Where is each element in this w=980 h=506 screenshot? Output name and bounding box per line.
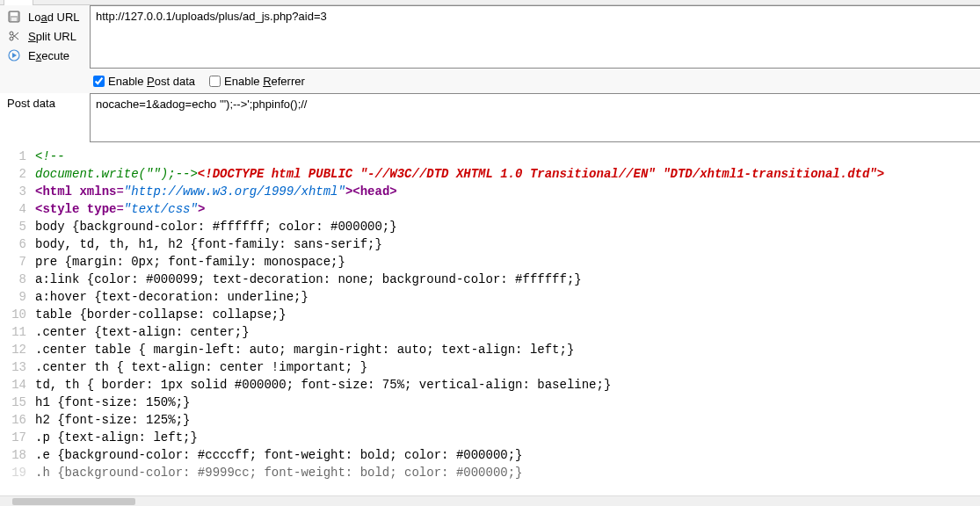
line-number: 3 xyxy=(0,183,35,200)
code-text: pre {margin: 0px; font-family: monospace… xyxy=(35,253,980,271)
line-number: 15 xyxy=(0,394,35,411)
tab-nub[interactable] xyxy=(4,0,33,5)
code-text: .e {background-color: #ccccff; font-weig… xyxy=(35,446,980,464)
code-text: .center th { text-align: center !importa… xyxy=(35,358,980,376)
actions-column: Load URL Split URL Execute xyxy=(0,5,90,93)
line-number: 4 xyxy=(0,200,35,218)
line-number: 13 xyxy=(0,358,35,376)
enable-referrer-checkbox[interactable]: Enable Referrer xyxy=(209,75,305,88)
code-text: table {border-collapse: collapse;} xyxy=(35,306,980,323)
code-text: .center table { margin-left: auto; margi… xyxy=(35,341,980,358)
load-url-button[interactable]: Load URL xyxy=(0,7,90,26)
postdata-row: Post data xyxy=(0,93,980,142)
horizontal-scrollbar[interactable] xyxy=(0,495,980,506)
code-text: document.write("");--> xyxy=(35,167,198,181)
postdata-input[interactable] xyxy=(90,93,980,142)
line-number: 10 xyxy=(0,306,35,323)
line-number: 5 xyxy=(0,218,35,235)
referrer-checkbox-label: Enable Referrer xyxy=(224,75,305,88)
code-text: <!DOCTYPE html PUBLIC "-//W3C//DTD XHTML… xyxy=(198,167,884,181)
scissors-icon xyxy=(7,29,21,43)
line-number: 2 xyxy=(0,165,35,183)
play-icon xyxy=(7,48,21,62)
line-number: 7 xyxy=(0,253,35,271)
scroll-thumb[interactable] xyxy=(12,498,135,505)
svg-rect-1 xyxy=(11,12,18,16)
enable-postdata-checkbox[interactable]: Enable Post data xyxy=(93,75,195,88)
code-text: .p {text-align: left;} xyxy=(35,429,980,446)
svg-rect-2 xyxy=(11,18,17,21)
svg-marker-8 xyxy=(12,53,17,58)
referrer-checkbox-input[interactable] xyxy=(209,76,221,87)
split-url-button[interactable]: Split URL xyxy=(0,26,90,46)
line-number: 1 xyxy=(0,148,35,165)
line-number: 17 xyxy=(0,429,35,446)
url-input[interactable] xyxy=(90,5,980,69)
line-number: 11 xyxy=(0,323,35,341)
line-number: 8 xyxy=(0,271,35,288)
postdata-checkbox-input[interactable] xyxy=(93,76,105,87)
options-row: Enable Post data Enable Referrer xyxy=(90,69,980,93)
line-number: 14 xyxy=(0,376,35,394)
code-text: a:link {color: #000099; text-decoration:… xyxy=(35,271,980,288)
code-text: .center {text-align: center;} xyxy=(35,323,980,341)
code-text: a:hover {text-decoration: underline;} xyxy=(35,288,980,306)
code-text: <!-- xyxy=(35,149,65,163)
execute-label: Execute xyxy=(28,49,69,62)
code-text: h1 {font-size: 150%;} xyxy=(35,394,980,411)
line-number: 6 xyxy=(0,235,35,253)
code-text: body, td, th, h1, h2 {font-family: sans-… xyxy=(35,235,980,253)
line-number: 19 xyxy=(0,464,35,481)
code-text: .h {background-color: #9999cc; font-weig… xyxy=(35,464,980,481)
line-number: 16 xyxy=(0,411,35,429)
source-viewer[interactable]: 1<!-- 2document.write("");--><!DOCTYPE h… xyxy=(0,142,980,481)
line-number: 9 xyxy=(0,288,35,306)
postdata-label: Post data xyxy=(0,93,90,142)
disk-icon xyxy=(7,10,21,24)
split-url-label: Split URL xyxy=(28,30,76,43)
code-text: body {background-color: #ffffff; color: … xyxy=(35,218,980,235)
top-tabstrip xyxy=(0,0,980,5)
line-number: 18 xyxy=(0,446,35,464)
hackbar-panel: Load URL Split URL Execute Enable Post d… xyxy=(0,5,980,93)
code-text: h2 {font-size: 125%;} xyxy=(35,411,980,429)
postdata-checkbox-label: Enable Post data xyxy=(108,75,195,88)
load-url-label: Load URL xyxy=(28,11,80,24)
execute-button[interactable]: Execute xyxy=(0,46,90,65)
line-number: 12 xyxy=(0,341,35,358)
code-text: td, th { border: 1px solid #000000; font… xyxy=(35,376,980,394)
